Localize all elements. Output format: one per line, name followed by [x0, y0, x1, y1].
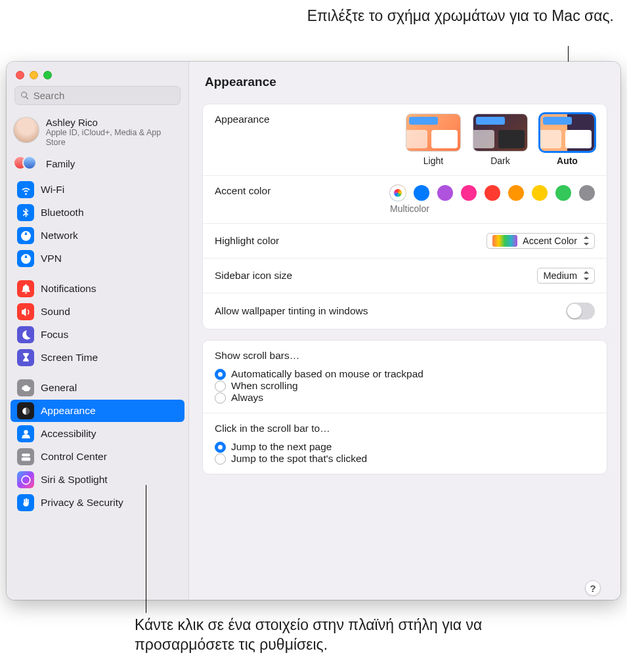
scroll-card: Show scroll bars… Automatically based on… — [202, 340, 607, 474]
minimize-button[interactable] — [30, 71, 38, 79]
sidebar-item-label: Notifications — [41, 283, 96, 295]
accent-red-swatch[interactable] — [485, 185, 500, 201]
accent-green-swatch[interactable] — [555, 185, 571, 201]
sidebar: Ashley Rico Apple ID, iCloud+, Media & A… — [7, 62, 189, 600]
show-scroll-row: Show scroll bars… Automatically based on… — [203, 341, 607, 413]
appearance-row: Appearance LightDarkAuto — [203, 104, 607, 176]
family-label: Family — [46, 158, 75, 169]
callout-bottom: Κάντε κλικ σε ένα στοιχείο στην πλαϊνή σ… — [135, 616, 502, 655]
appearance-label: Appearance — [215, 114, 270, 125]
highlight-color-row: Highlight color Accent Color — [203, 224, 607, 259]
hourglass-icon — [17, 349, 34, 366]
sidebar-item-network[interactable]: Network — [11, 224, 184, 247]
click-scroll-option[interactable]: Jump to the spot that's clicked — [215, 453, 595, 465]
account-name: Ashley Rico — [46, 117, 182, 128]
appearance-option-label: Dark — [473, 156, 528, 166]
show-scroll-option[interactable]: Automatically based on mouse or trackpad — [215, 368, 595, 380]
help-button[interactable]: ? — [585, 580, 601, 596]
appearance-option-dark[interactable]: Dark — [473, 114, 528, 166]
updown-arrows-icon — [581, 270, 592, 282]
siri-icon — [17, 471, 34, 488]
show-scroll-option[interactable]: Always — [215, 392, 595, 404]
accent-orange-swatch[interactable] — [508, 185, 524, 201]
sidebar-item-privacy-security[interactable]: Privacy & Security — [11, 492, 184, 514]
sidebar-size-value: Medium — [543, 270, 577, 281]
sidebar-item-label: Accessibility — [41, 428, 96, 440]
switches-icon — [17, 448, 34, 465]
search-input[interactable] — [33, 90, 175, 101]
click-scroll-title: Click in the scroll bar to… — [215, 423, 595, 434]
close-button[interactable] — [16, 71, 24, 79]
content-pane: Appearance Appearance LightDarkAuto Acce… — [189, 62, 620, 600]
accent-purple-swatch[interactable] — [437, 185, 453, 201]
click-scroll-row: Click in the scroll bar to… Jump to the … — [203, 413, 607, 474]
sidebar-item-label: Network — [41, 230, 78, 242]
sidebar-item-bluetooth[interactable]: Bluetooth — [11, 201, 184, 224]
highlight-popup[interactable]: Accent Color — [486, 233, 595, 249]
sidebar-item-screen-time[interactable]: Screen Time — [11, 346, 184, 369]
svg-point-1 — [24, 430, 28, 434]
sidebar-item-accessibility[interactable]: Accessibility — [11, 423, 184, 445]
accent-pink-swatch[interactable] — [461, 185, 477, 201]
highlight-value: Accent Color — [523, 236, 577, 246]
sidebar-item-general[interactable]: General — [11, 377, 184, 399]
sidebar-item-siri-spotlight[interactable]: Siri & Spotlight — [11, 469, 184, 491]
sidebar-size-popup[interactable]: Medium — [537, 268, 595, 284]
radio-icon — [215, 453, 226, 465]
radio-label: Automatically based on mouse or trackpad — [231, 368, 423, 380]
sidebar-item-label: Privacy & Security — [41, 497, 123, 509]
accent-blue-swatch[interactable] — [414, 185, 429, 201]
appearance-option-auto[interactable]: Auto — [540, 114, 595, 166]
click-scroll-option[interactable]: Jump to the next page — [215, 441, 595, 453]
sidebar-item-appearance[interactable]: Appearance — [11, 400, 184, 422]
sidebar-item-control-center[interactable]: Control Center — [11, 446, 184, 468]
family-row[interactable]: Family — [7, 152, 188, 178]
wallpaper-tint-toggle[interactable] — [566, 303, 595, 320]
zoom-button[interactable] — [43, 71, 52, 79]
show-scroll-option[interactable]: When scrolling — [215, 380, 595, 392]
appearance-card: Appearance LightDarkAuto Accent color Mu… — [202, 104, 607, 329]
radio-label: Jump to the next page — [231, 441, 332, 453]
sidebar-item-label: Screen Time — [41, 352, 98, 364]
search-field[interactable] — [14, 86, 181, 105]
sidebar-item-sound[interactable]: Sound — [11, 301, 184, 323]
person-icon — [17, 425, 34, 442]
appearance-thumb-icon — [473, 114, 528, 152]
sidebar-item-vpn[interactable]: VPN — [11, 247, 184, 270]
highlight-label: Highlight color — [215, 235, 279, 247]
wifi-icon — [17, 181, 34, 198]
radio-icon — [215, 392, 226, 404]
accent-gray-swatch[interactable] — [579, 185, 595, 201]
radio-label: When scrolling — [231, 380, 298, 392]
wallpaper-tint-row: Allow wallpaper tinting in windows — [203, 293, 607, 329]
accent-yellow-swatch[interactable] — [532, 185, 548, 201]
highlight-swatch-icon — [492, 235, 517, 247]
sidebar-item-wi-fi[interactable]: Wi-Fi — [11, 178, 184, 201]
sidebar-item-label: General — [41, 382, 77, 394]
appearance-icon — [17, 402, 34, 419]
sidebar-item-label: Appearance — [41, 405, 96, 417]
sidebar-item-notifications[interactable]: Notifications — [11, 278, 184, 300]
sidebar-item-label: Control Center — [41, 451, 107, 463]
avatar — [13, 117, 39, 143]
sidebar-item-label: Wi-Fi — [41, 184, 64, 196]
globe-icon — [17, 227, 34, 244]
radio-icon — [215, 369, 226, 380]
account-row[interactable]: Ashley Rico Apple ID, iCloud+, Media & A… — [7, 112, 188, 152]
radio-label: Jump to the spot that's clicked — [231, 453, 367, 465]
globe-icon — [17, 250, 34, 267]
bell-icon — [17, 280, 34, 297]
callout-line-bottom — [146, 485, 146, 613]
appearance-option-label: Auto — [540, 156, 595, 166]
sidebar-item-focus[interactable]: Focus — [11, 324, 184, 346]
radio-label: Always — [231, 392, 263, 404]
gear-icon — [17, 379, 34, 396]
appearance-option-light[interactable]: Light — [406, 114, 461, 166]
sidebar-size-label: Sidebar icon size — [215, 270, 292, 282]
radio-icon — [215, 381, 226, 392]
family-avatars-icon — [13, 156, 39, 171]
sidebar-item-label: Focus — [41, 329, 68, 341]
show-scroll-title: Show scroll bars… — [215, 350, 595, 362]
sidebar-item-label: Bluetooth — [41, 207, 84, 219]
accent-multi-swatch[interactable] — [390, 185, 406, 201]
